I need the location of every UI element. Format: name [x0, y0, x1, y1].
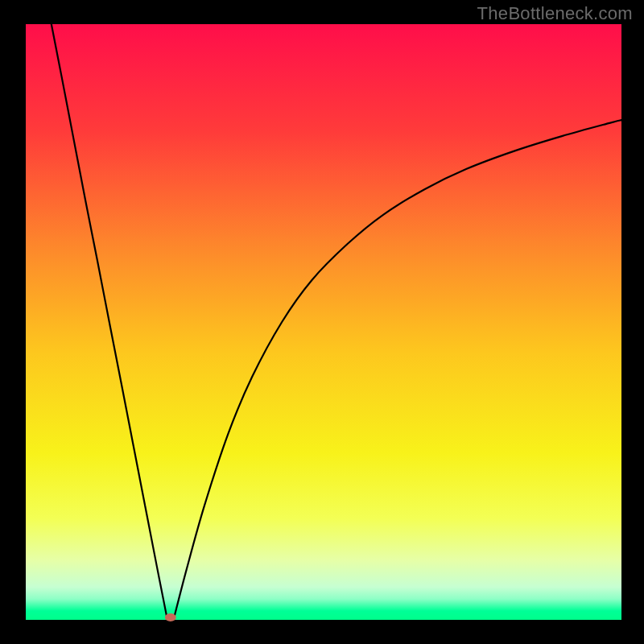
- bottleneck-chart: [0, 0, 644, 644]
- watermark-label: TheBottleneck.com: [477, 3, 633, 24]
- curve-minimum-marker: [165, 613, 176, 621]
- chart-frame: { "watermark": "TheBottleneck.com", "cha…: [0, 0, 644, 644]
- plot-background: [26, 24, 621, 620]
